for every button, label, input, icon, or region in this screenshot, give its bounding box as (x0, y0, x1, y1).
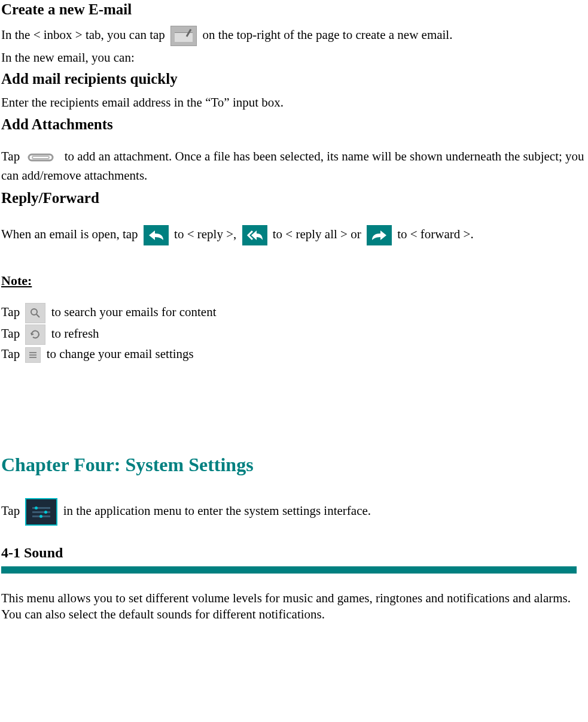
system-settings-app-icon (25, 498, 57, 526)
svg-rect-4 (29, 352, 36, 353)
text: to search your emails for content (51, 304, 217, 318)
para-create-email-1: In the < inbox > tab, you can tap on the… (1, 26, 587, 46)
refresh-icon (25, 324, 45, 345)
svg-point-2 (31, 309, 37, 315)
note-line-refresh: Tap to refresh (1, 324, 587, 345)
text: to change your email settings (47, 347, 194, 361)
heading-add-attachments: Add Attachments (1, 115, 587, 135)
reply-all-icon (242, 225, 267, 245)
text: Tap (1, 503, 23, 518)
para-chapter-intro: Tap in the application menu to enter the… (1, 498, 587, 526)
compose-email-icon (170, 26, 197, 46)
text: When an email is open, tap (1, 227, 141, 241)
svg-rect-1 (32, 156, 49, 159)
note-line-settings: Tap to change your email settings (1, 346, 587, 363)
text: to add an attachment. Once a file has be… (1, 149, 584, 183)
heading-note: Note: (1, 272, 587, 290)
text: In the < inbox > tab, you can tap (1, 28, 168, 42)
heading-chapter-four: Chapter Four: System Settings (1, 453, 587, 478)
attachment-paperclip-icon (25, 151, 59, 164)
heading-add-recipients: Add mail recipients quickly (1, 69, 587, 89)
text: Tap (1, 304, 23, 318)
svg-rect-5 (29, 354, 36, 356)
heading-4-1-sound: 4-1 Sound (1, 544, 587, 562)
text: on the top-right of the page to create a… (202, 28, 452, 42)
text: to refresh (51, 326, 99, 340)
text: Tap (1, 326, 23, 340)
note-line-search: Tap to search your emails for content (1, 303, 587, 323)
para-add-recipients: Enter the recipients email address in th… (1, 95, 587, 111)
text: Tap (1, 347, 23, 361)
section-divider (1, 566, 577, 574)
para-reply-forward: When an email is open, tap to < reply >,… (1, 225, 587, 245)
para-create-email-2: In the new email, you can: (1, 50, 587, 66)
forward-icon (367, 225, 392, 245)
text: Tap (1, 149, 23, 163)
heading-create-email: Create a new E-mail (1, 0, 587, 20)
reply-icon (144, 225, 169, 245)
svg-rect-6 (29, 357, 36, 358)
svg-line-3 (36, 314, 39, 317)
text: to < reply all > or (273, 227, 364, 241)
search-icon (25, 303, 45, 323)
text: to < forward >. (397, 227, 474, 241)
para-add-attachments: Tap to add an attachment. Once a file ha… (1, 147, 587, 185)
email-settings-icon (25, 347, 41, 363)
text: to < reply >, (174, 227, 239, 241)
text: in the application menu to enter the sys… (63, 503, 371, 518)
heading-reply-forward: Reply/Forward (1, 189, 587, 208)
para-sound: This menu allows you to set different vo… (1, 590, 587, 623)
